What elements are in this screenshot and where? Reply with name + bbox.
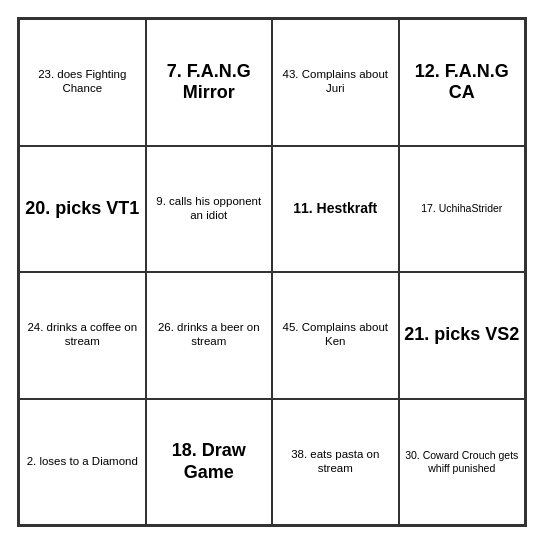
cell-text-r1c0: 20. picks VT1 [24,198,141,220]
bingo-cell-r2c1: 26. drinks a beer on stream [146,272,273,399]
bingo-cell-r3c3: 30. Coward Crouch gets whiff punished [399,399,526,526]
cell-text-r2c3: 21. picks VS2 [404,324,521,346]
cell-text-r0c2: 43. Complains about Juri [277,68,394,96]
bingo-cell-r1c1: 9. calls his opponent an idiot [146,146,273,273]
bingo-cell-r0c0: 23. does Fighting Chance [19,19,146,146]
cell-text-r1c3: 17. UchihaStrider [404,202,521,215]
cell-text-r3c0: 2. loses to a Diamond [24,455,141,469]
bingo-cell-r2c2: 45. Complains about Ken [272,272,399,399]
cell-text-r1c1: 9. calls his opponent an idiot [151,195,268,223]
cell-text-r0c3: 12. F.A.N.G CA [404,61,521,104]
cell-text-r0c0: 23. does Fighting Chance [24,68,141,96]
bingo-cell-r1c2: 11. Hestkraft [272,146,399,273]
cell-text-r0c1: 7. F.A.N.G Mirror [151,61,268,104]
cell-text-r2c1: 26. drinks a beer on stream [151,321,268,349]
bingo-cell-r3c0: 2. loses to a Diamond [19,399,146,526]
bingo-cell-r3c2: 38. eats pasta on stream [272,399,399,526]
bingo-cell-r1c3: 17. UchihaStrider [399,146,526,273]
bingo-cell-r1c0: 20. picks VT1 [19,146,146,273]
bingo-cell-r0c3: 12. F.A.N.G CA [399,19,526,146]
cell-text-r2c2: 45. Complains about Ken [277,321,394,349]
bingo-cell-r0c1: 7. F.A.N.G Mirror [146,19,273,146]
cell-text-r1c2: 11. Hestkraft [277,200,394,217]
cell-text-r3c1: 18. Draw Game [151,440,268,483]
bingo-cell-r0c2: 43. Complains about Juri [272,19,399,146]
bingo-grid: 23. does Fighting Chance7. F.A.N.G Mirro… [19,19,525,525]
bingo-card: 23. does Fighting Chance7. F.A.N.G Mirro… [17,17,527,527]
cell-text-r3c3: 30. Coward Crouch gets whiff punished [404,449,521,474]
bingo-cell-r2c0: 24. drinks a coffee on stream [19,272,146,399]
bingo-cell-r2c3: 21. picks VS2 [399,272,526,399]
cell-text-r2c0: 24. drinks a coffee on stream [24,321,141,349]
cell-text-r3c2: 38. eats pasta on stream [277,448,394,476]
bingo-cell-r3c1: 18. Draw Game [146,399,273,526]
